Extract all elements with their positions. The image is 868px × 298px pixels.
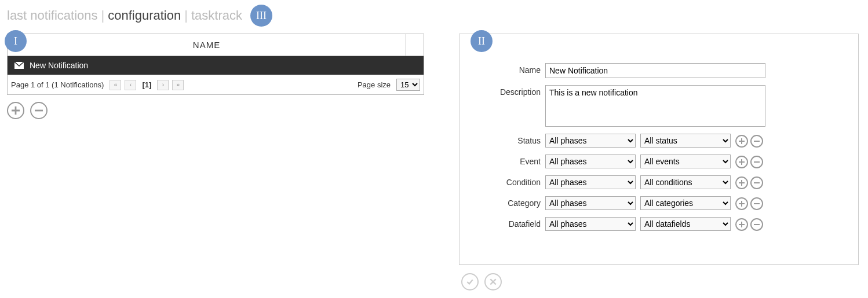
table-header: NAME [8,34,424,56]
minus-icon [754,222,760,227]
page-size-select[interactable]: 15 [396,79,420,91]
datafield-add-button[interactable] [735,218,748,231]
minus-icon [35,106,43,115]
status-phase-select[interactable]: All phases [545,134,636,148]
plus-icon [739,180,745,186]
plus-icon [739,222,745,227]
status-add-button[interactable] [735,135,748,148]
minus-icon [754,180,760,186]
notification-form: Name Description This is a new notificat… [459,34,859,265]
cancel-button[interactable] [484,273,502,290]
event-phase-select[interactable]: All phases [545,154,636,168]
category-remove-button[interactable] [750,197,763,210]
description-label: Description [477,85,541,97]
minus-icon [754,201,760,207]
tab-configuration[interactable]: configuration [108,8,181,23]
form-actions [461,273,859,290]
table-actions [7,102,424,119]
page-size-label: Page size [358,80,391,89]
category-phase-select[interactable]: All phases [545,196,636,210]
datafield-value-select[interactable]: All datafields [640,217,731,231]
condition-add-button[interactable] [735,176,748,189]
pager-prev-button[interactable]: ‹ [125,80,136,90]
name-field[interactable] [545,63,765,78]
condition-value-select[interactable]: All conditions [640,175,731,189]
event-remove-button[interactable] [750,156,763,168]
notifications-table: NAME New Notification Page 1 of 1 (1 Not… [7,34,424,95]
column-header-name[interactable]: NAME [8,34,406,56]
check-icon [466,278,474,286]
condition-remove-button[interactable] [750,176,763,189]
marker-one: I [5,30,27,52]
description-field[interactable]: This is a new notification [545,85,765,127]
pager: Page 1 of 1 (1 Notifications) « ‹ [1] › … [8,75,424,94]
datafield-label: Datafield [477,217,541,229]
event-label: Event [477,154,541,166]
category-label: Category [477,196,541,208]
tab-last-notifications[interactable]: last notifications [7,8,98,23]
pager-next-button[interactable]: › [157,80,169,90]
top-tabs: last notifications | configuration | tas… [7,5,861,27]
marker-two: II [471,30,493,52]
plus-icon [739,159,745,165]
minus-icon [754,138,760,144]
status-label: Status [477,134,541,145]
condition-phase-select[interactable]: All phases [545,175,636,189]
pager-current-page: [1] [140,80,154,89]
mail-icon [14,62,24,69]
confirm-button[interactable] [461,273,479,290]
plus-icon [12,106,20,115]
row-label: New Notification [30,61,88,70]
minus-icon [754,159,760,165]
pager-info: Page 1 of 1 (1 Notifications) [11,80,104,89]
tab-tasktrack[interactable]: tasktrack [191,8,242,23]
category-value-select[interactable]: All categories [640,196,731,210]
plus-icon [739,138,745,144]
pager-first-button[interactable]: « [110,80,121,90]
name-label: Name [477,63,541,75]
category-add-button[interactable] [735,197,748,210]
plus-icon [739,201,745,207]
event-value-select[interactable]: All events [640,154,731,168]
table-row[interactable]: New Notification [8,56,424,75]
tab-separator: | [101,8,105,23]
marker-three: III [250,5,272,27]
condition-label: Condition [477,175,541,187]
close-icon [489,278,497,286]
add-button[interactable] [7,102,24,119]
remove-button[interactable] [30,102,48,119]
datafield-remove-button[interactable] [750,218,763,231]
event-add-button[interactable] [735,156,748,168]
tab-separator: | [184,8,188,23]
status-remove-button[interactable] [750,135,763,148]
pager-last-button[interactable]: » [172,80,184,90]
datafield-phase-select[interactable]: All phases [545,217,636,231]
status-value-select[interactable]: All status [640,134,731,148]
